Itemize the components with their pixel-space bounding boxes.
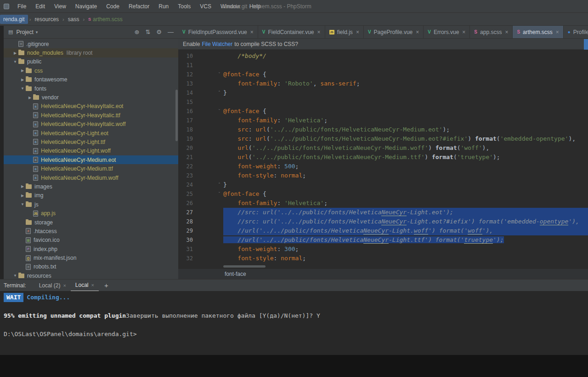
tree-item-storage[interactable]: storage bbox=[4, 218, 178, 227]
code-line[interactable]: 23 font-style: normal; bbox=[178, 171, 588, 180]
code-line[interactable]: 10 /*body*/ bbox=[178, 51, 588, 61]
chevron-right-icon[interactable]: ▶ bbox=[19, 69, 26, 73]
tree-item-vendor[interactable]: ▶vendor bbox=[4, 93, 178, 102]
tree-item-helveticaneuecyr-light-woff[interactable]: aHelveticaNeueCyr-Light.woff bbox=[4, 147, 178, 155]
tab-profilec[interactable]: ●ProfileC× bbox=[564, 26, 588, 38]
hide-panel-icon[interactable]: — bbox=[168, 29, 174, 35]
chevron-right-icon[interactable]: ▶ bbox=[27, 96, 33, 100]
menu-item-navigate[interactable]: Navigate bbox=[71, 0, 102, 13]
gutter[interactable]: 24ˆ bbox=[178, 180, 223, 189]
breadcrumb-item-sass[interactable]: sass bbox=[66, 15, 82, 24]
gutter[interactable]: 30 bbox=[178, 235, 223, 245]
close-icon[interactable]: × bbox=[317, 29, 321, 35]
tree-item-htaccess[interactable]: #.htaccess bbox=[4, 227, 178, 235]
chevron-down-icon[interactable]: ▼ bbox=[12, 274, 18, 278]
gutter[interactable]: 21 bbox=[178, 153, 223, 162]
tree-item-helveticaneuecyr-light-eot[interactable]: aHelveticaNeueCyr-Light.eot bbox=[4, 129, 178, 137]
scrollbar-marker[interactable] bbox=[584, 39, 588, 50]
code-line[interactable]: 29 //url('../../public/fonts/HelveticaNe… bbox=[178, 226, 588, 235]
code-line[interactable]: 32 font-style: normal; bbox=[178, 254, 588, 263]
code-line[interactable]: 24ˆ} bbox=[178, 180, 588, 189]
code-line[interactable]: 21 url('../../public/fonts/HelveticaNeue… bbox=[178, 153, 588, 162]
code-line[interactable]: 30 //url('../../public/fonts/HelveticaNe… bbox=[178, 235, 588, 245]
gutter[interactable]: 12ˇ bbox=[178, 70, 223, 79]
gutter[interactable]: 17 bbox=[178, 116, 223, 125]
tree-item-img[interactable]: ▶img bbox=[4, 191, 178, 200]
code-line[interactable]: 19 src: url('../../public/fonts/Helvetic… bbox=[178, 134, 588, 143]
tab-fieldinputpassword-vue[interactable]: VFieldInputPassword.vue× bbox=[178, 26, 258, 38]
collapse-all-icon[interactable]: ⇅ bbox=[145, 29, 150, 35]
fold-marker[interactable]: ˇ bbox=[219, 190, 220, 199]
code-editor[interactable]: 10 /*body*/1112ˇ@font-face {13 font-fami… bbox=[178, 50, 588, 265]
tab-arthem-scss[interactable]: Sarthem.scss× bbox=[513, 26, 563, 38]
tree-item-gitignore[interactable]: ≡.gitignore bbox=[4, 40, 178, 48]
breadcrumb-item-resources[interactable]: resources bbox=[32, 15, 61, 24]
close-icon[interactable]: × bbox=[556, 29, 559, 35]
fold-marker[interactable]: ˇ bbox=[219, 70, 220, 80]
tree-item-helveticaneuecyr-medium-eot[interactable]: aHelveticaNeueCyr-Medium.eot bbox=[4, 155, 178, 164]
locate-file-icon[interactable]: ⊕ bbox=[135, 29, 140, 35]
code-line[interactable]: 18 src: url('../../public/fonts/Helvetic… bbox=[178, 125, 588, 134]
breadcrumb-item-arthem-scss[interactable]: Sarthem.scss bbox=[86, 15, 125, 24]
chevron-down-icon[interactable]: ▼ bbox=[12, 60, 18, 64]
close-icon[interactable]: × bbox=[356, 29, 359, 35]
gutter[interactable]: 23 bbox=[178, 171, 223, 180]
tree-item-css[interactable]: ▶css bbox=[4, 66, 178, 75]
menu-item-run[interactable]: Run bbox=[154, 0, 173, 13]
code-line[interactable]: 17 font-family: 'Helvetica'; bbox=[178, 116, 588, 125]
gutter[interactable]: 22 bbox=[178, 162, 223, 171]
code-line[interactable]: 14ˆ} bbox=[178, 88, 588, 97]
breadcrumb-item-renda-git[interactable]: renda.git bbox=[0, 15, 28, 24]
close-icon[interactable]: × bbox=[505, 29, 508, 35]
tree-item-helveticaneuecyr-light-ttf[interactable]: aHelveticaNeueCyr-Light.ttf bbox=[4, 137, 178, 146]
close-icon[interactable]: × bbox=[250, 29, 254, 35]
menu-item-vcs[interactable]: VCS bbox=[195, 0, 216, 13]
chevron-right-icon[interactable]: ▶ bbox=[12, 51, 18, 55]
menu-item-tools[interactable]: Tools bbox=[173, 0, 195, 13]
code-line[interactable]: 16ˇ@font-face { bbox=[178, 107, 588, 116]
chevron-down-icon[interactable]: ▼ bbox=[19, 202, 26, 206]
tab-pageprofile-vue[interactable]: VPageProfile.vue× bbox=[364, 26, 424, 38]
tab-app-scss[interactable]: Sapp.scss× bbox=[470, 26, 513, 38]
tree-item-favicon-ico[interactable]: ▦favicon.ico bbox=[4, 236, 178, 245]
gutter[interactable]: 32 bbox=[178, 254, 223, 263]
gutter[interactable]: 26 bbox=[178, 199, 223, 208]
code-line[interactable]: 15 bbox=[178, 97, 588, 107]
code-line[interactable]: 31 font-weight: 300; bbox=[178, 245, 588, 254]
tree-item-public[interactable]: ▼public bbox=[4, 57, 178, 66]
editor-breadcrumb[interactable]: font-face bbox=[178, 269, 588, 279]
code-line[interactable]: 22 font-weight: 500; bbox=[178, 162, 588, 171]
file-watcher-link[interactable]: File Watcher bbox=[202, 41, 232, 47]
gutter[interactable]: 29 bbox=[178, 226, 223, 235]
close-icon[interactable]: × bbox=[462, 29, 465, 35]
chevron-down-icon[interactable]: ▼ bbox=[19, 86, 26, 91]
tree-item-mix-manifest-json[interactable]: {}mix-manifest.json bbox=[4, 253, 178, 262]
chevron-right-icon[interactable]: ▶ bbox=[19, 78, 26, 82]
project-title[interactable]: Project bbox=[16, 29, 33, 35]
gutter[interactable]: 19 bbox=[178, 134, 223, 143]
tree-item-helveticaneuecyr-heavyitalic-woff[interactable]: aHelveticaNeueCyr-HeavyItalic.woff bbox=[4, 120, 178, 129]
tree-item-app-js[interactable]: JSapp.js bbox=[4, 209, 178, 217]
menu-item-edit[interactable]: Edit bbox=[31, 0, 50, 13]
add-terminal-button[interactable]: + bbox=[104, 281, 108, 289]
gutter[interactable]: 16ˇ bbox=[178, 107, 223, 116]
gutter[interactable]: 11 bbox=[178, 61, 223, 70]
tree-item-index-php[interactable]: Pindex.php bbox=[4, 245, 178, 253]
code-line[interactable]: 25ˇ@font-face { bbox=[178, 189, 588, 199]
tree-item-fontawesome[interactable]: ▶fontawesome bbox=[4, 75, 178, 84]
gutter[interactable]: 25ˇ bbox=[178, 189, 223, 199]
code-line[interactable]: 11 bbox=[178, 61, 588, 70]
tree-item-resources[interactable]: ▼resources bbox=[4, 271, 178, 279]
tree-item-helveticaneuecyr-heavyitalic-eot[interactable]: aHelveticaNeueCyr-HeavyItalic.eot bbox=[4, 102, 178, 111]
code-line[interactable]: 20 url('../../public/fonts/HelveticaNeue… bbox=[178, 143, 588, 153]
tree-item-robots-txt[interactable]: ≡robots.txt bbox=[4, 263, 178, 271]
gutter[interactable]: 27 bbox=[178, 208, 223, 217]
close-icon[interactable]: × bbox=[416, 29, 419, 35]
gutter[interactable]: 20 bbox=[178, 143, 223, 153]
fold-marker[interactable]: ˆ bbox=[219, 181, 220, 190]
terminal-tab-local[interactable]: Local× bbox=[71, 280, 99, 291]
menu-item-file[interactable]: File bbox=[13, 0, 31, 13]
terminal-tab-local-2[interactable]: Local (2)× bbox=[34, 280, 71, 291]
terminal-content[interactable]: WAITCompiling...95% emitting unnamed com… bbox=[0, 291, 588, 355]
gutter[interactable]: 10 bbox=[178, 51, 223, 61]
